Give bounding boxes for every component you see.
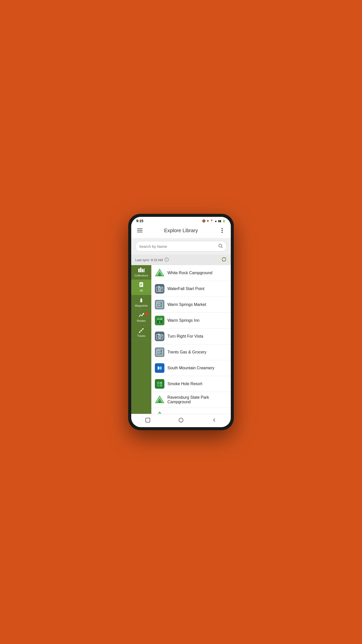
sidebar-collections-label: Collections (134, 274, 148, 277)
info-icon[interactable] (164, 257, 169, 263)
refresh-button[interactable] (221, 257, 227, 263)
sidebar-item-routes[interactable]: Routes (131, 310, 151, 325)
sidebar-item-collections[interactable]: Collections (131, 265, 151, 280)
search-icon[interactable] (218, 243, 223, 249)
store-icon (155, 300, 164, 309)
camera-icon (155, 332, 164, 341)
bottom-nav (131, 414, 231, 427)
svg-rect-34 (157, 306, 160, 306)
main-content: Collections All (131, 265, 231, 414)
list-item[interactable]: South Mountain Creamery (151, 360, 231, 376)
search-section (131, 238, 231, 255)
sidebar-waypoints-label: Waypoints (135, 304, 148, 307)
svg-rect-15 (140, 286, 142, 286)
svg-point-42 (159, 336, 160, 338)
svg-rect-54 (157, 382, 159, 384)
nav-recents-button[interactable] (143, 417, 153, 424)
svg-rect-1 (137, 230, 143, 231)
svg-rect-50 (157, 365, 163, 371)
svg-rect-51 (158, 367, 159, 370)
svg-marker-61 (156, 412, 164, 414)
battery-icon: 🔋 (222, 219, 226, 223)
svg-point-18 (142, 315, 143, 316)
svg-rect-31 (157, 303, 159, 304)
wifi-icon: ▲ (214, 219, 217, 222)
svg-rect-43 (158, 334, 160, 335)
svg-point-3 (221, 228, 223, 229)
item-name: Trents Gas & Grocery (167, 350, 206, 354)
resort-icon (155, 379, 164, 389)
item-name: WaterFall Start Point (167, 287, 204, 291)
svg-rect-13 (140, 284, 142, 284)
svg-point-44 (162, 335, 162, 336)
list-item[interactable]: Poplar Grove Tent Camping (151, 408, 231, 414)
phone-frame: 9:15 🔕 ❄ 📍 ▲ ▮▮ 🔋 Explore Library (128, 214, 234, 430)
sidebar-all-label: All (140, 289, 143, 292)
svg-rect-57 (160, 384, 162, 386)
list-item[interactable]: White Rock Campground (151, 265, 231, 281)
svg-rect-10 (142, 269, 144, 272)
svg-point-29 (162, 288, 162, 289)
svg-point-27 (159, 289, 160, 290)
sidebar-item-tracks[interactable]: Tracks (131, 325, 151, 340)
svg-rect-0 (137, 228, 143, 229)
svg-rect-2 (137, 232, 143, 232)
list-item[interactable]: Turn Right For Vista (151, 329, 231, 344)
svg-rect-16 (140, 299, 142, 302)
item-name: Warm Springs Inn (167, 318, 199, 323)
svg-point-5 (221, 232, 223, 233)
app-title: Explore Library (164, 228, 198, 233)
camping-icon (155, 411, 164, 414)
camping-icon (155, 268, 164, 278)
list-item[interactable]: Warm Springs Market (151, 297, 231, 313)
list-section[interactable]: White Rock Campground WaterFall Start Po… (151, 265, 231, 414)
routes-badge (145, 312, 148, 315)
search-bar[interactable] (135, 241, 227, 252)
svg-rect-60 (159, 401, 160, 403)
svg-point-70 (179, 418, 183, 422)
more-button[interactable] (218, 226, 227, 235)
app-bar: Explore Library (131, 224, 231, 238)
status-time: 9:15 (136, 219, 143, 223)
svg-rect-12 (140, 282, 143, 287)
location-icon: 📍 (210, 219, 213, 223)
sidebar-tracks-label: Tracks (137, 334, 146, 337)
search-input[interactable] (139, 244, 218, 249)
status-icons: 🔕 ❄ 📍 ▲ ▮▮ 🔋 (202, 219, 226, 223)
sync-info: Last sync: 9:15 AM (135, 257, 169, 263)
mute-icon: 🔕 (202, 219, 206, 223)
svg-rect-52 (160, 367, 162, 370)
item-name: Warm Springs Market (167, 302, 206, 307)
sidebar-routes-label: Routes (137, 319, 146, 322)
list-item[interactable]: Ravensburg State Park Campground (151, 392, 231, 408)
sync-bar: Last sync: 9:15 AM (131, 255, 231, 265)
svg-rect-14 (140, 285, 142, 285)
status-bar: 9:15 🔕 ❄ 📍 ▲ ▮▮ 🔋 (131, 217, 231, 224)
svg-rect-36 (157, 318, 160, 320)
list-item[interactable]: Trents Gas & Grocery (151, 344, 231, 360)
sidebar: Collections All (131, 265, 151, 414)
list-item[interactable]: WaterFall Start Point (151, 281, 231, 297)
food-icon (155, 363, 164, 373)
nav-home-button[interactable] (176, 417, 186, 424)
sidebar-item-all[interactable]: All (131, 280, 151, 295)
nav-back-button[interactable] (209, 417, 219, 424)
svg-rect-55 (160, 382, 162, 384)
menu-button[interactable] (135, 226, 144, 235)
item-name: Smoke Hole Resort (167, 382, 202, 386)
list-item[interactable]: Smoke Hole Resort (151, 376, 231, 392)
sidebar-item-waypoints[interactable]: Waypoints (131, 295, 151, 310)
svg-rect-8 (138, 269, 140, 272)
item-name: White Rock Campground (167, 271, 212, 275)
list-item[interactable]: Warm Springs Inn (151, 313, 231, 329)
svg-rect-9 (140, 268, 142, 272)
svg-rect-69 (146, 418, 150, 422)
item-name: Turn Right For Vista (167, 334, 203, 339)
svg-rect-11 (144, 268, 145, 272)
svg-rect-37 (160, 318, 162, 320)
item-name: Ravensburg State Park Campground (167, 395, 227, 404)
svg-rect-32 (159, 303, 160, 304)
bluetooth-icon: ❄ (207, 219, 209, 223)
svg-rect-47 (159, 350, 160, 351)
svg-rect-49 (157, 353, 160, 354)
